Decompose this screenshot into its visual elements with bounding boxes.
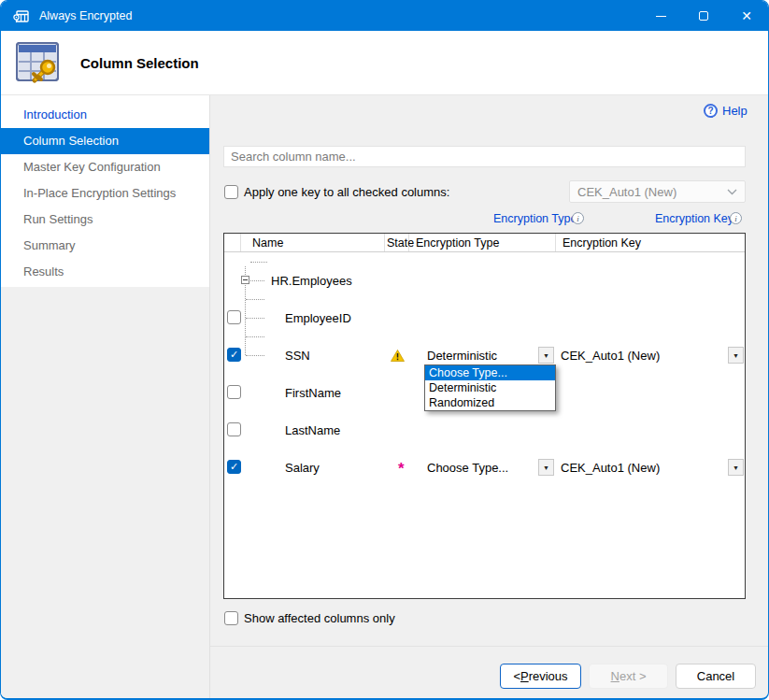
wizard-header: Column Selection — [1, 31, 768, 95]
previous-prefix: < — [513, 669, 520, 683]
next-accesskey: N — [611, 669, 619, 683]
minimize-button[interactable] — [639, 1, 682, 31]
column-name: Salary — [285, 461, 320, 475]
cancel-label: Cancel — [697, 669, 734, 683]
cancel-button[interactable]: Cancel — [676, 664, 756, 689]
apply-key-checkbox[interactable] — [224, 185, 238, 199]
show-affected-row: Show affected columns only — [224, 611, 395, 625]
footer-divider — [210, 646, 768, 647]
header-encryption-type: Encryption Type — [409, 234, 556, 251]
header-name: Name — [241, 234, 385, 251]
maximize-button[interactable] — [682, 1, 725, 31]
previous-accesskey: P — [520, 669, 529, 683]
encryption-key-value: CEK_Auto1 (New) — [561, 461, 660, 475]
window-title: Always Encrypted — [39, 9, 639, 22]
row-checkbox-firstname[interactable] — [227, 385, 241, 399]
titlebar: Always Encrypted ✕ — [1, 1, 768, 31]
search-input[interactable] — [223, 146, 746, 167]
column-name: LastName — [285, 423, 340, 437]
encryption-type-value: Choose Type... — [427, 461, 508, 475]
column-name: FirstName — [285, 386, 341, 400]
previous-button[interactable]: < Previous — [500, 664, 581, 689]
dropdown-option-deterministic[interactable]: Deterministic — [425, 380, 555, 395]
table-row-firstname: FirstName — [224, 308, 745, 327]
table-row-salary: ✓ Salary * Choose Type... ▼ CEK_Auto1 (N… — [224, 346, 745, 364]
main-content: ? Help Apply one key to all checked colu… — [210, 95, 768, 698]
sidebar-item-results[interactable]: Results — [1, 259, 209, 285]
show-affected-label: Show affected columns only — [244, 611, 395, 625]
table-row-lastname: LastName — [224, 327, 745, 346]
dropdown-option-randomized[interactable]: Randomized — [425, 395, 555, 410]
table-row-group: HR.Employees — [224, 252, 745, 271]
encryption-type-info-icon[interactable]: i — [572, 212, 584, 224]
always-encrypted-wizard-window: Always Encrypted ✕ Column Selection — [0, 0, 769, 700]
chevron-down-icon — [727, 189, 737, 195]
row-checkbox-salary[interactable]: ✓ — [227, 460, 241, 474]
apply-key-label: Apply one key to all checked columns: — [244, 185, 449, 199]
next-button[interactable]: Next > — [589, 664, 668, 689]
header-checkbox-column — [224, 234, 241, 251]
encryption-key-dropdown-button[interactable]: ▼ — [728, 459, 744, 476]
encryption-type-dropdown-button[interactable]: ▼ — [538, 459, 554, 476]
show-affected-checkbox[interactable] — [224, 611, 238, 625]
encryption-type-link[interactable]: Encryption Type — [493, 212, 577, 225]
column-grid: Name State Encryption Type Encryption Ke… — [223, 233, 746, 599]
help-label: Help — [722, 104, 748, 118]
sidebar-item-introduction[interactable]: Introduction — [1, 102, 209, 128]
header-state: State — [385, 234, 409, 251]
sidebar-item-master-key-configuration[interactable]: Master Key Configuration — [1, 154, 209, 180]
sidebar-item-run-settings[interactable]: Run Settings — [1, 207, 209, 233]
sidebar-item-column-selection[interactable]: Column Selection — [1, 128, 209, 154]
help-icon: ? — [704, 104, 718, 118]
close-button[interactable]: ✕ — [725, 1, 768, 31]
required-asterisk-icon: * — [398, 460, 405, 479]
table-row-employeeid: EmployeeID — [224, 271, 745, 290]
next-rest: ext > — [619, 669, 647, 683]
encryption-type-open-dropdown: Choose Type... Deterministic Randomized — [424, 364, 556, 411]
grid-header: Name State Encryption Type Encryption Ke… — [224, 234, 745, 252]
previous-rest: revious — [529, 669, 568, 683]
encryption-key-info-icon[interactable]: i — [730, 212, 742, 224]
header-encryption-key: Encryption Key — [556, 234, 745, 251]
apply-key-row: Apply one key to all checked columns: — [224, 185, 449, 199]
page-title: Column Selection — [80, 55, 199, 71]
table-with-key-icon — [14, 38, 63, 88]
encryption-key-link[interactable]: Encryption Key — [655, 212, 733, 225]
help-link[interactable]: ? Help — [704, 104, 748, 118]
cek-key-value: CEK_Auto1 (New) — [577, 185, 676, 199]
cek-key-dropdown[interactable]: CEK_Auto1 (New) — [569, 180, 746, 203]
table-row-ssn: ✓ SSN Deterministic ▼ CEK_Auto1 (New) ▼ — [224, 290, 745, 308]
sidebar-item-summary[interactable]: Summary — [1, 233, 209, 259]
sidebar: Introduction Column Selection Master Key… — [1, 95, 209, 698]
dropdown-option-choose-type[interactable]: Choose Type... — [425, 365, 555, 380]
wizard-step-list: Introduction Column Selection Master Key… — [1, 95, 209, 287]
app-icon — [13, 8, 29, 24]
sidebar-item-in-place-encryption-settings[interactable]: In-Place Encryption Settings — [1, 180, 209, 207]
row-checkbox-lastname[interactable] — [227, 422, 241, 436]
